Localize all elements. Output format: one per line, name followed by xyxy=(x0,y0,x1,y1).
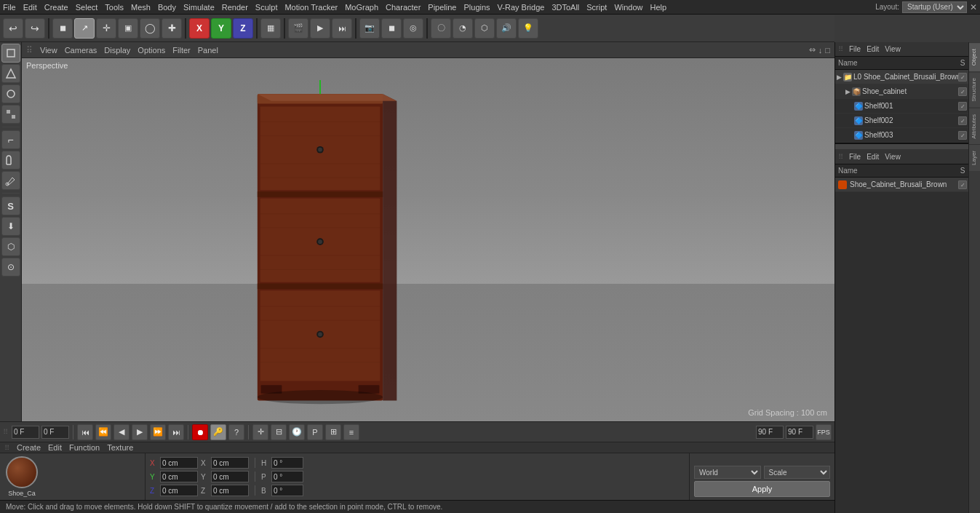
sound-button[interactable]: 🔊 xyxy=(496,18,517,39)
tool-magnet[interactable] xyxy=(1,151,20,170)
obj-row-shelf002[interactable]: 🔷 Shelf002 ✓ xyxy=(835,114,968,128)
redo-button[interactable]: ↪ xyxy=(25,18,45,39)
obj-row-shoe-cabinet[interactable]: ▶ 📦 Shoe_cabinet ✓ xyxy=(835,84,968,99)
transport-clock[interactable]: 🕐 xyxy=(289,424,305,440)
obj-manager-view[interactable]: View xyxy=(885,45,901,53)
vtab-object[interactable]: Object xyxy=(969,42,980,71)
menu-render[interactable]: Render xyxy=(222,3,248,12)
x-axis-button[interactable]: X xyxy=(189,18,210,39)
obj-manager-edit[interactable]: Edit xyxy=(867,45,879,53)
obj-row-shelf003[interactable]: 🔷 Shelf003 ✓ xyxy=(835,128,968,143)
viewport-menu-cameras[interactable]: Cameras xyxy=(62,46,100,55)
current-frame-input2[interactable] xyxy=(41,426,69,439)
material-create[interactable]: Create xyxy=(17,443,41,452)
menu-vray-bridge[interactable]: V-Ray Bridge xyxy=(498,3,545,12)
menu-help[interactable]: Help xyxy=(650,3,667,12)
rotate-tool-button[interactable]: ◯ xyxy=(140,18,160,39)
obj-row-cabinet-root[interactable]: ▶ 📁 L0 Shoe_Cabinet_Brusali_Brown ✓ xyxy=(835,70,968,84)
render-region-button[interactable]: ▦ xyxy=(260,18,281,39)
menu-edit[interactable]: Edit xyxy=(23,3,37,12)
coord-b-input[interactable] xyxy=(271,485,303,496)
coord-system-dropdown[interactable]: World Object xyxy=(694,466,761,479)
obj-check-4[interactable]: ✓ xyxy=(958,116,967,125)
viewport-menu-panel[interactable]: Panel xyxy=(195,46,221,55)
vtab-attributes[interactable]: Attributes xyxy=(969,108,980,145)
coord-z2-input[interactable] xyxy=(211,485,249,496)
tool-object-mode[interactable] xyxy=(1,44,20,63)
coord-z-input[interactable] xyxy=(160,485,198,496)
transport-play-mode[interactable]: P xyxy=(307,424,323,440)
move-tool-button[interactable]: ✛ xyxy=(96,18,116,39)
coord-p-input[interactable] xyxy=(271,471,303,482)
transport-question[interactable]: ? xyxy=(228,424,244,440)
menu-file[interactable]: File xyxy=(3,3,16,12)
render-button[interactable]: 🎬 xyxy=(288,18,308,39)
menu-mesh[interactable]: Mesh xyxy=(131,3,151,12)
tool-s-icon[interactable]: S xyxy=(1,196,20,215)
material-texture[interactable]: Texture xyxy=(107,443,133,452)
viewport-menu-options[interactable]: Options xyxy=(135,46,168,55)
viewport-down-icon[interactable]: ↓ xyxy=(818,46,823,55)
menu-pipeline[interactable]: Pipeline xyxy=(428,3,456,12)
obj-check-5[interactable]: ✓ xyxy=(958,131,967,140)
current-frame-input[interactable] xyxy=(12,426,39,439)
layout-dropdown[interactable]: Startup (User) xyxy=(902,1,967,13)
apply-button[interactable]: Apply xyxy=(694,481,830,497)
menu-motion-tracker[interactable]: Motion Tracker xyxy=(284,3,338,12)
viewport-menu-filter[interactable]: Filter xyxy=(170,46,193,55)
menu-simulate[interactable]: Simulate xyxy=(183,3,215,12)
tool-circle-dot[interactable]: ⊙ xyxy=(1,258,20,277)
transport-del-key[interactable]: ⊟ xyxy=(271,424,287,440)
tool-hexagon[interactable]: ⬡ xyxy=(1,237,20,256)
material-function[interactable]: Function xyxy=(69,443,100,452)
obj-check-3[interactable]: ✓ xyxy=(958,102,967,111)
tool-arrow-down[interactable]: ⬇ xyxy=(1,217,20,236)
object-display-button[interactable]: 〇 xyxy=(431,18,451,39)
viewport-3d[interactable]: Perspective xyxy=(22,58,834,421)
obj-check-2[interactable]: ✓ xyxy=(958,87,967,96)
coord-y-input[interactable] xyxy=(160,471,198,482)
menu-tools[interactable]: Tools xyxy=(105,3,124,12)
obj-manager-file[interactable]: File xyxy=(849,45,861,53)
menu-character[interactable]: Character xyxy=(386,3,421,12)
transport-record[interactable]: ⏺ xyxy=(192,424,208,440)
transport-step-fwd[interactable]: ⏩ xyxy=(150,424,166,440)
menu-create[interactable]: Create xyxy=(44,3,68,12)
menu-select[interactable]: Select xyxy=(76,3,98,12)
transport-list[interactable]: ≡ xyxy=(343,424,359,440)
coord-y2-input[interactable] xyxy=(211,471,249,482)
attr-manager-view[interactable]: View xyxy=(885,153,901,161)
cabinet-model[interactable] xyxy=(240,80,400,407)
menu-plugins[interactable]: Plugins xyxy=(463,3,490,12)
right-panel-scrollbar[interactable] xyxy=(835,144,968,150)
scale-system-dropdown[interactable]: Scale Size xyxy=(764,466,831,479)
y-axis-button[interactable]: Y xyxy=(211,18,231,39)
viewport-menu-display[interactable]: Display xyxy=(101,46,133,55)
attr-manager-file[interactable]: File xyxy=(849,153,861,161)
preview-start-input[interactable] xyxy=(756,426,784,439)
material-edit[interactable]: Edit xyxy=(48,443,62,452)
menu-mograph[interactable]: MoGraph xyxy=(345,3,378,12)
object-color-button[interactable]: ◔ xyxy=(453,18,473,39)
coord-x2-input[interactable] xyxy=(211,457,249,469)
transport-go-end[interactable]: ⏭ xyxy=(168,424,184,440)
polygon-button[interactable]: ⬡ xyxy=(474,18,495,39)
viewport-maximize-icon[interactable]: □ xyxy=(825,46,830,55)
viewport-solo-button[interactable]: ◎ xyxy=(403,18,423,39)
transport-go-start[interactable]: ⏮ xyxy=(77,424,93,440)
menu-sculpt[interactable]: Sculpt xyxy=(255,3,278,12)
transport-grid[interactable]: ⊞ xyxy=(325,424,341,440)
tool-vertex-mode[interactable] xyxy=(1,105,20,124)
coord-x-input[interactable] xyxy=(160,457,198,469)
transport-fps-icon[interactable]: FPS xyxy=(816,424,832,440)
obj-check-1[interactable]: ✓ xyxy=(958,73,967,81)
tool-brush[interactable] xyxy=(1,171,20,190)
vtab-structure[interactable]: Structure xyxy=(969,71,980,107)
viewport-arrows-icon[interactable]: ⇔ xyxy=(809,45,816,55)
scale-tool-button[interactable]: ▣ xyxy=(118,18,138,39)
transport-step-back[interactable]: ⏪ xyxy=(95,424,111,440)
model-mode-button[interactable]: ◼ xyxy=(52,18,73,39)
attr-obj-row[interactable]: Shoe_Cabinet_Brusali_Brown ✓ xyxy=(835,178,968,192)
attr-manager-edit[interactable]: Edit xyxy=(867,153,879,161)
attr-obj-check[interactable]: ✓ xyxy=(958,180,967,189)
